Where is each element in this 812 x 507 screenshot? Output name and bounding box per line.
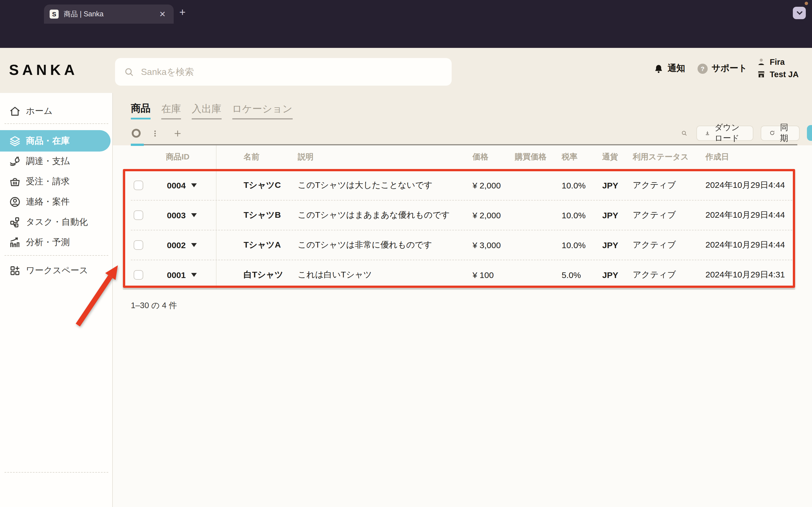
- sync-button[interactable]: 同期: [761, 125, 800, 140]
- col-header-created[interactable]: 作成日: [705, 152, 729, 165]
- screen: S 商品 | Sanka ✕ + app.sanka.io/ja/items/ …: [0, 0, 812, 507]
- home-icon: [9, 105, 21, 117]
- person-circle-icon: [9, 196, 21, 208]
- chart-growth-icon: [9, 236, 21, 248]
- table-search-icon[interactable]: [681, 128, 688, 138]
- sidebar-item-procurement-payments[interactable]: 調達・支払: [0, 151, 113, 172]
- page-tabs: 商品 在庫 入出庫 ロケーション: [131, 101, 292, 119]
- global-search[interactable]: [115, 58, 452, 86]
- sidebar-item-orders-invoices[interactable]: 受注・請求: [0, 171, 113, 192]
- col-header-purchase-price[interactable]: 購買価格: [515, 152, 546, 165]
- support-button[interactable]: ? サポート: [698, 62, 747, 74]
- sidebar-item-tasks-automation[interactable]: タスク・自動化: [0, 211, 113, 233]
- account-menu[interactable]: Fira Test JA: [757, 56, 799, 80]
- table-top-rule: [131, 144, 797, 145]
- basket-icon: [9, 175, 21, 187]
- sanka-logo[interactable]: SANKA: [9, 61, 78, 79]
- sync-icon: [769, 128, 776, 137]
- col-header-tax-rate[interactable]: 税率: [562, 152, 577, 165]
- tab-locations[interactable]: ロケーション: [232, 102, 292, 119]
- annotation-arrow: [68, 253, 130, 332]
- user-icon: [757, 57, 766, 66]
- new-button[interactable]: + 新規: [807, 125, 812, 141]
- sidebar-divider: [4, 123, 108, 124]
- hand-money-icon: [9, 155, 21, 167]
- new-tab-icon[interactable]: +: [179, 6, 186, 18]
- search-icon: [124, 67, 134, 77]
- favicon: S: [50, 10, 59, 18]
- search-input[interactable]: [140, 66, 435, 77]
- download-button[interactable]: ダウンロード: [696, 125, 754, 140]
- question-icon: ?: [698, 63, 708, 73]
- view-circle-icon[interactable]: [131, 128, 142, 138]
- active-view-underline: [131, 144, 144, 146]
- col-header-price[interactable]: 価格: [472, 152, 488, 165]
- sidebar-item-home[interactable]: ホーム: [0, 100, 113, 122]
- sidebar-item-products-inventory[interactable]: 商品・在庫: [0, 130, 110, 152]
- tab-title: 商品 | Sanka: [64, 9, 157, 19]
- col-header-description[interactable]: 説明: [298, 152, 313, 165]
- tab-inventory[interactable]: 在庫: [161, 102, 181, 119]
- tab-close-icon[interactable]: ✕: [157, 9, 168, 19]
- workspace-grid-icon: [9, 265, 21, 276]
- browser-toolbar: app.sanka.io/ja/items/ 9+ I: [0, 24, 812, 48]
- user-name: Fira: [770, 57, 784, 66]
- pagination-label: 1–30 の 4 件: [131, 300, 177, 311]
- storefront-icon: [757, 70, 766, 79]
- bell-icon: [654, 63, 664, 73]
- main-content: 商品 在庫 入出庫 ロケーション ダウンロード 同期 + 新規: [113, 93, 812, 507]
- browser-tab[interactable]: S 商品 | Sanka ✕: [44, 4, 174, 24]
- view-options-kebab-icon[interactable]: [151, 129, 159, 138]
- col-header-product-id[interactable]: 商品ID: [166, 152, 190, 165]
- download-label: ダウンロード: [714, 122, 745, 144]
- workflow-icon: [9, 216, 21, 228]
- workspace-name: Test JA: [770, 70, 799, 79]
- sidebar-divider: [4, 472, 108, 473]
- download-icon: [705, 129, 710, 137]
- notifications-button[interactable]: 通知: [654, 62, 685, 74]
- tab-search-icon[interactable]: [793, 7, 806, 19]
- recording-dot-icon: [805, 2, 808, 5]
- sidebar-item-analytics-forecast[interactable]: 分析・予測: [0, 231, 113, 253]
- tab-stock-movements[interactable]: 入出庫: [192, 102, 221, 119]
- notifications-label: 通知: [668, 62, 685, 74]
- sidebar-item-contacts-deals[interactable]: 連絡・案件: [0, 191, 113, 212]
- layers-icon: [9, 135, 21, 147]
- annotation-highlight-box: [123, 169, 795, 288]
- col-header-currency[interactable]: 通貨: [602, 152, 618, 165]
- browser-tab-bar: S 商品 | Sanka ✕ +: [0, 0, 812, 24]
- app-header: SANKA 通知 ? サポート Fira Test JA: [0, 48, 812, 93]
- sync-label: 同期: [780, 122, 791, 144]
- add-view-icon[interactable]: [173, 129, 182, 138]
- tab-products[interactable]: 商品: [131, 101, 151, 119]
- col-header-status[interactable]: 利用ステータス: [633, 152, 689, 165]
- col-header-name[interactable]: 名前: [244, 152, 259, 165]
- table-bottom-edge: [123, 288, 795, 290]
- support-label: サポート: [712, 62, 747, 74]
